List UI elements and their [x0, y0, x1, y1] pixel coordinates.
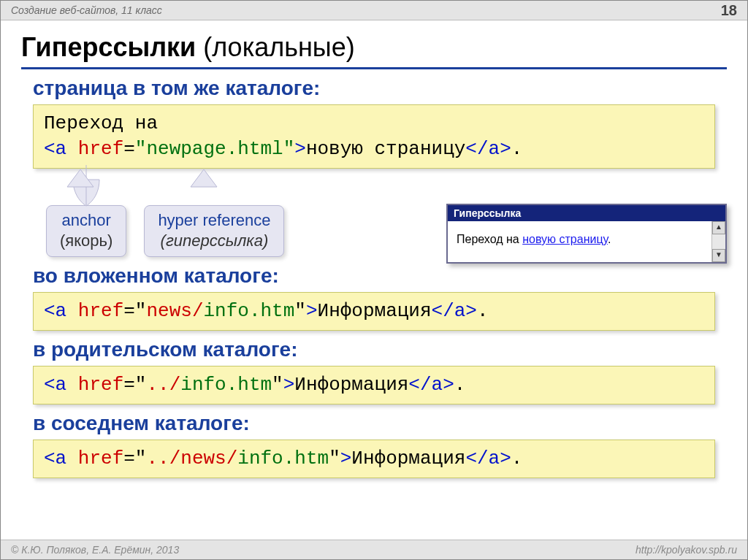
code2-eq: = — [123, 300, 135, 322]
browser-titlebar: Гиперссылка — [448, 205, 725, 221]
browser-text-post: . — [608, 233, 611, 245]
title-bold: Гиперссылки — [21, 32, 196, 62]
callout-href-pointer-icon — [196, 169, 232, 209]
callout-anchor: anchor (якорь) — [46, 205, 126, 257]
browser-body: Переход на новую страницу. ▲ ▼ — [448, 221, 725, 262]
code2-q1: " — [135, 300, 147, 322]
browser-link[interactable]: новую страницу — [522, 233, 608, 245]
code1-txt: новую страницу — [306, 138, 465, 160]
code3-file: info.htm — [180, 374, 272, 396]
code2-attr: href — [78, 300, 123, 322]
code3-q2: " — [272, 374, 283, 396]
code3-open: <a — [44, 374, 66, 396]
browser-text-pre: Переход на — [457, 233, 522, 245]
browser-preview: Гиперссылка Переход на новую страницу. ▲… — [446, 204, 727, 264]
code3-gt: > — [283, 374, 295, 396]
code3-attr: href — [78, 374, 123, 396]
code-box-4: <a href="../news/info.htm">Информация</a… — [33, 440, 715, 478]
code4-sp — [66, 448, 78, 469]
copyright: © К.Ю. Поляков, Е.А. Ерёмин, 2013 — [11, 544, 179, 556]
code2-txt: Информация — [318, 300, 432, 322]
code2-sp — [66, 300, 78, 322]
code3-dot: . — [454, 374, 466, 396]
scroll-down-icon[interactable]: ▼ — [712, 249, 725, 262]
code4-txt: Информация — [351, 448, 465, 469]
slide: Создание веб-сайтов, 11 класс 18 Гиперсс… — [0, 0, 748, 560]
footer-url: http://kpolyakov.spb.ru — [636, 544, 737, 556]
code3-close: </a> — [408, 374, 454, 396]
code-box-2: <a href="news/info.htm">Информация</a>. — [33, 292, 715, 331]
code1-dot: . — [511, 138, 523, 160]
code4-attr: href — [78, 448, 123, 469]
callout-anchor-pointer-icon — [69, 169, 104, 209]
callout-anchor-ru: (якорь) — [60, 231, 112, 251]
code4-q2: " — [329, 448, 340, 469]
callout-anchor-en: anchor — [60, 210, 112, 231]
header-bar: Создание веб-сайтов, 11 класс 18 — [1, 1, 747, 20]
callout-href: hyper reference (гиперссылка) — [144, 205, 284, 257]
code1-pre: Переход на — [44, 112, 158, 134]
code4-q1: " — [135, 448, 147, 469]
scroll-up-icon[interactable]: ▲ — [712, 221, 725, 234]
code3-dir: ../ — [146, 374, 180, 396]
code4-dir: ../news/ — [146, 448, 237, 469]
code1-attr: href — [78, 138, 123, 160]
code1-sp — [66, 138, 78, 160]
browser-scrollbar[interactable]: ▲ ▼ — [711, 221, 725, 262]
code1-gt: > — [294, 138, 306, 160]
code3-q1: " — [135, 374, 147, 396]
code2-dir: news/ — [146, 300, 203, 322]
code2-open: <a — [44, 300, 66, 322]
section-1-label: страница в том же каталоге: — [33, 77, 727, 100]
code3-txt: Информация — [294, 374, 408, 396]
code4-eq: = — [123, 448, 135, 469]
code2-file: info.htm — [203, 300, 294, 322]
code2-gt: > — [306, 300, 318, 322]
code4-open: <a — [44, 448, 66, 469]
code2-dot: . — [477, 300, 489, 322]
code3-sp — [66, 374, 78, 396]
code4-file: info.htm — [237, 448, 329, 469]
code4-gt: > — [340, 448, 352, 469]
callout-href-ru: (гиперссылка) — [158, 231, 270, 251]
code2-q2: " — [294, 300, 306, 322]
code-box-1: Переход на <a href="newpage.html">новую … — [33, 104, 715, 169]
page-title: Гиперссылки (локальные) — [21, 32, 727, 69]
callout-href-en: hyper reference — [158, 210, 270, 231]
code1-eq: = — [123, 138, 135, 160]
section-2-label: во вложенном каталоге: — [33, 264, 727, 288]
title-rest: (локальные) — [196, 32, 355, 62]
section-3-label: в родительском каталоге: — [33, 338, 727, 361]
code2-close: </a> — [432, 300, 477, 322]
page-number: 18 — [721, 2, 737, 19]
footer-bar: © К.Ю. Поляков, Е.А. Ерёмин, 2013 http:/… — [1, 540, 747, 559]
code4-close: </a> — [465, 448, 511, 469]
section-4-label: в соседнем каталоге: — [33, 412, 727, 435]
code-box-3: <a href="../info.htm">Информация</a>. — [33, 366, 715, 404]
code1-open: <a — [44, 138, 66, 160]
course-name: Создание веб-сайтов, 11 класс — [11, 4, 162, 16]
code3-eq: = — [123, 374, 135, 396]
code4-dot: . — [511, 448, 523, 469]
code1-val: "newpage.html" — [135, 138, 294, 160]
code1-close: </a> — [465, 138, 511, 160]
